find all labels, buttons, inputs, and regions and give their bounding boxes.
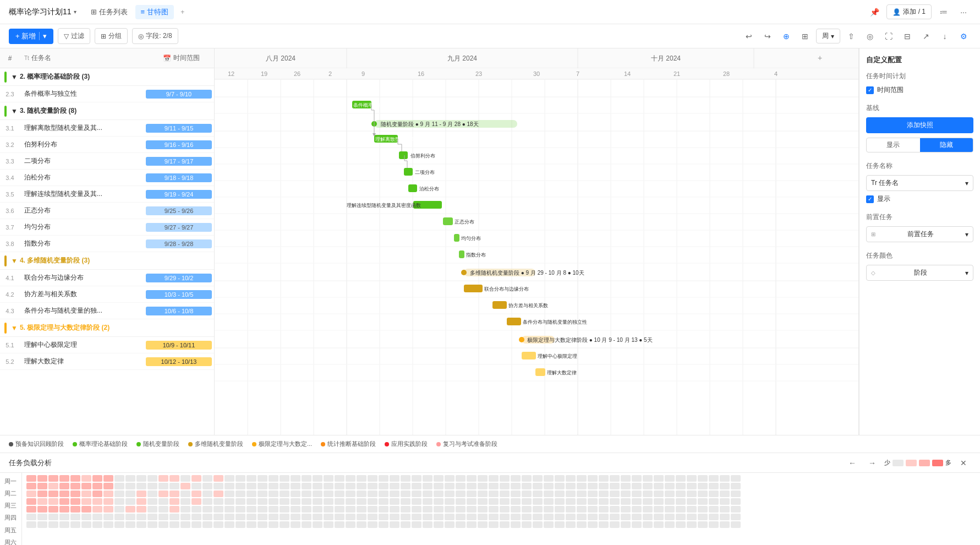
bar-3-3[interactable]: [404, 168, 413, 176]
bar-3-4[interactable]: [408, 184, 417, 192]
text-icon: Tt: [24, 55, 29, 61]
project-title[interactable]: 概率论学习计划11 ▾: [9, 7, 76, 17]
fullscreen-button[interactable]: ⛶: [881, 29, 896, 44]
toggle-show-button[interactable]: 显示: [867, 138, 920, 152]
workload-cell: [258, 506, 267, 513]
workload-cell: [654, 514, 664, 520]
group-header-4[interactable]: ▼ 4. 多维随机变量阶段 (3): [0, 252, 214, 270]
bar-4-3[interactable]: [507, 318, 521, 325]
settings-button[interactable]: ⚙: [956, 29, 971, 44]
period-button[interactable]: ◎ 字段: 2/8: [132, 28, 178, 44]
expand-button[interactable]: ⊟: [900, 29, 915, 44]
table-row[interactable]: 3.6 正态分布 9/25 - 9/26: [0, 203, 214, 219]
grid-button[interactable]: ⊞: [797, 29, 813, 44]
bar-3-8[interactable]: [459, 250, 464, 258]
table-row[interactable]: 3.3 二项分布 9/17 - 9/17: [0, 153, 214, 170]
workload-cell: [698, 521, 708, 528]
legend-label-6: 应用实践阶段: [391, 440, 428, 448]
gantt-svg: 八月 2024 九月 2024 十月 2024 + 12 19 26 2 9 1…: [215, 48, 858, 435]
col-name[interactable]: Tt 任务名: [20, 53, 148, 63]
table-row[interactable]: 4.1 联合分布与边缘分布 9/29 - 10/2: [0, 270, 214, 286]
workload-cell: [357, 506, 366, 513]
export-button[interactable]: ↗: [918, 29, 934, 44]
target-button[interactable]: ◎: [862, 29, 878, 44]
redo-button[interactable]: ↪: [760, 29, 775, 44]
table-row[interactable]: 3.7 均匀分布 9/27 - 9/27: [0, 219, 214, 236]
group-header-5[interactable]: ▼ 5. 极限定理与大数定律阶段 (2): [0, 319, 214, 337]
group-button[interactable]: ⊞ 分组: [95, 28, 128, 44]
bar-5-2-label: 理解大数定律: [547, 370, 577, 375]
project-dropdown-icon: ▾: [74, 9, 76, 15]
add-col-button[interactable]: ⊕: [779, 29, 794, 44]
view-select[interactable]: 周 ▾: [816, 29, 840, 43]
workload-cell: [445, 498, 455, 505]
prev-task-select[interactable]: ⊞ 前置任务 ▾: [866, 226, 973, 242]
bar-3-7[interactable]: [454, 234, 459, 242]
workload-cell: [379, 506, 388, 513]
task-name-select[interactable]: Tr 任务名 ▾: [866, 175, 973, 191]
add-member-button[interactable]: 👤 添加 / 1: [886, 4, 932, 19]
workload-cell: [687, 506, 697, 513]
workload-cell: [114, 514, 124, 520]
layout-icon[interactable]: ≔: [936, 4, 951, 20]
table-row[interactable]: 5.2 理解大数定律 10/12 - 10/13: [0, 353, 214, 370]
task-color-section: 任务颜色 ◇ 阶段 ▾: [866, 251, 973, 281]
filter-button[interactable]: ▽ 过滤: [58, 28, 90, 44]
col-range[interactable]: 📅 时间范围: [148, 53, 214, 63]
list-icon: ⊞: [91, 8, 97, 16]
toggle-hide-button[interactable]: 隐藏: [920, 138, 973, 152]
workload-cell: [676, 498, 686, 505]
workload-cell: [114, 521, 124, 528]
workload-cell: [247, 475, 256, 482]
workload-cell: [544, 483, 554, 489]
more-icon[interactable]: ···: [956, 4, 971, 20]
bar-3-6[interactable]: [443, 217, 453, 225]
new-dropdown-arrow[interactable]: ▾: [39, 32, 47, 40]
workload-cell: [114, 483, 124, 489]
download-button[interactable]: ↓: [937, 29, 952, 44]
table-row[interactable]: 2.3 条件概率与独立性 9/7 - 9/10: [0, 86, 214, 102]
group-collapse-icon-4: ▼: [11, 257, 18, 265]
table-row[interactable]: 3.8 指数分布 9/28 - 9/28: [0, 236, 214, 252]
table-row[interactable]: 3.5 理解连续型随机变量及其... 9/19 - 9/24: [0, 186, 214, 203]
group-header-2[interactable]: ▼ 2. 概率理论基础阶段 (3): [0, 68, 214, 86]
workload-next-button[interactable]: →: [864, 455, 880, 471]
table-row[interactable]: 5.1 理解中心极限定理 10/9 - 10/11: [0, 337, 214, 353]
new-button[interactable]: + 新增 ▾: [9, 29, 53, 44]
task-name-show-checkbox[interactable]: ✓: [866, 195, 874, 203]
table-row[interactable]: 4.2 协方差与相关系数 10/3 - 10/5: [0, 286, 214, 303]
group-name-5: 5. 极限定理与大数定律阶段 (2): [20, 323, 110, 333]
table-row[interactable]: 3.2 伯努利分布 9/16 - 9/16: [0, 137, 214, 153]
tab-gantt[interactable]: ≡ 甘特图: [135, 5, 174, 19]
tab-task-list[interactable]: ⊞ 任务列表: [85, 5, 133, 19]
milestone-5-label: 极限定理与大数定律阶段 ● 10 月 9 - 10 月 13 ● 5天: [527, 337, 653, 343]
workload-cell: [37, 521, 47, 528]
workload-cell: [125, 490, 135, 497]
bar-5-2[interactable]: [535, 368, 545, 376]
bar-4-1[interactable]: [464, 285, 483, 292]
share-button[interactable]: ⇧: [844, 29, 859, 44]
add-tab-button[interactable]: +: [176, 6, 189, 18]
add-snapshot-button[interactable]: 添加快照: [866, 117, 973, 133]
bar-4-2[interactable]: [492, 301, 507, 309]
task-color-select[interactable]: ◇ 阶段 ▾: [866, 265, 973, 281]
pin-icon[interactable]: 📌: [867, 4, 882, 20]
table-row[interactable]: 3.1 理解离散型随机变量及其... 9/11 - 9/15: [0, 120, 214, 137]
bar-3-2[interactable]: [399, 151, 408, 159]
table-row[interactable]: 3.4 泊松分布 9/18 - 9/18: [0, 170, 214, 186]
add-col-icon[interactable]: +: [818, 53, 822, 62]
workload-cell: [247, 506, 256, 513]
workload-cell: [456, 514, 466, 520]
milestone-3-label: 随机变量阶段 ● 9 月 11 - 9 月 28 ● 18天: [381, 121, 479, 127]
undo-button[interactable]: ↩: [741, 29, 757, 44]
table-row[interactable]: 4.3 条件分布与随机变量的独... 10/6 - 10/8: [0, 303, 214, 319]
time-range-checkbox[interactable]: ✓: [866, 86, 874, 94]
workload-cell: [258, 475, 267, 482]
group-color-3: [4, 106, 7, 117]
bar-5-1[interactable]: [522, 352, 536, 359]
group-header-3[interactable]: ▼ 3. 随机变量阶段 (8): [0, 102, 214, 120]
gantt-icon: ≡: [141, 8, 145, 16]
workload-cell: [577, 521, 587, 528]
workload-prev-button[interactable]: ←: [845, 455, 860, 471]
workload-close-button[interactable]: ✕: [956, 455, 971, 471]
